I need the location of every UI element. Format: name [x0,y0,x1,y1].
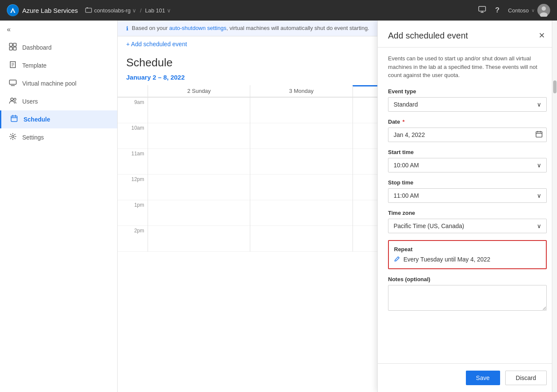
breadcrumb-lab-chevron[interactable]: ∨ [167,7,171,14]
vm-pool-icon [9,79,17,88]
time-col-header [118,85,148,97]
start-time-group: Start time 10:00 AM ∨ [388,149,547,172]
repeat-value-row: Every Tuesday until May 4, 2022 [394,256,541,263]
calendar-icon[interactable] [536,131,542,139]
users-icon [9,97,17,106]
svg-rect-8 [13,43,16,46]
auto-shutdown-link[interactable]: auto-shutdown settings [169,25,226,31]
time-12pm: 12pm [118,175,148,200]
content-area: ℹ Based on your auto-shutdown settings, … [118,21,557,392]
notes-textarea[interactable] [388,285,547,311]
stop-time-group: Stop time 11:00 AM ∨ [388,179,547,203]
event-type-chevron: ∨ [537,101,541,108]
azure-logo-icon [7,4,19,16]
panel-scrollbar-track[interactable] [552,21,557,392]
svg-rect-16 [536,131,542,137]
sidebar-item-template[interactable]: Template [0,56,117,74]
start-time-select[interactable]: 10:00 AM ∨ [388,158,547,172]
breadcrumb: contosolabs-rg ∨ / Lab 101 ∨ [85,6,171,14]
sidebar-item-users[interactable]: Users [0,92,117,110]
avatar[interactable] [537,4,550,17]
discard-button[interactable]: Discard [505,371,547,385]
sidebar-item-users-label: Users [22,98,38,105]
sidebar-item-dashboard-label: Dashboard [22,44,52,51]
sidebar-item-vm-pool[interactable]: Virtual machine pool [0,74,117,92]
repeat-value-text[interactable]: Every Tuesday until May 4, 2022 [403,256,490,263]
add-scheduled-event-panel: Add scheduled event ✕ Events can be used… [377,21,557,392]
sidebar-collapse-button[interactable]: « [0,21,117,39]
panel-body: Events can be used to start up and/or sh… [378,48,557,363]
sidebar-item-template-label: Template [22,62,47,69]
svg-rect-10 [13,47,16,50]
repeat-section: Repeat Every Tuesday until May 4, 2022 [388,240,547,269]
breadcrumb-group[interactable]: contosolabs-rg [94,7,130,14]
add-event-label: + Add scheduled event [126,41,187,48]
event-type-value: Standard [394,101,418,108]
start-time-value: 10:00 AM [394,162,419,169]
stop-time-label: Stop time [388,179,547,186]
time-2pm: 2pm [118,226,148,252]
settings-icon [9,133,17,142]
resource-group-icon [85,6,92,14]
panel-close-button[interactable]: ✕ [537,29,547,42]
panel-scrollbar-thumb [553,80,557,93]
svg-point-5 [542,6,546,11]
timezone-select[interactable]: Pacific Time (US, Canada) ∨ [388,219,547,233]
date-label: Date * [388,119,547,125]
info-text: Based on your auto-shutdown settings, vi… [132,25,369,31]
monitor-icon[interactable] [478,5,486,16]
dashboard-icon [9,43,17,52]
day-col-sunday: 2 Sunday [148,85,250,97]
user-menu[interactable]: Contoso ∨ [508,4,550,17]
timezone-label: Time zone [388,210,547,216]
sidebar-item-schedule[interactable]: Schedule [0,110,117,128]
svg-point-13 [14,98,16,101]
svg-point-0 [7,5,18,16]
sidebar-item-dashboard[interactable]: Dashboard [0,39,117,56]
event-type-select[interactable]: Standard ∨ [388,97,547,112]
timezone-chevron: ∨ [537,223,541,229]
panel-description: Events can be used to start up and/or sh… [388,54,547,80]
svg-rect-3 [479,6,486,11]
stop-time-value: 11:00 AM [394,192,419,199]
breadcrumb-separator: / [140,7,142,14]
sidebar-item-schedule-label: Schedule [24,116,50,123]
date-required-indicator: * [403,119,405,125]
date-input[interactable] [388,128,547,142]
svg-rect-1 [86,8,92,12]
date-group: Date * [388,119,547,142]
repeat-edit-icon[interactable] [394,256,400,263]
user-chevron: ∨ [531,8,535,13]
sidebar: « Dashboard Template Virtual machine poo… [0,21,118,392]
breadcrumb-group-chevron[interactable]: ∨ [132,7,136,14]
svg-rect-7 [9,43,12,46]
top-navigation: Azure Lab Services contosolabs-rg ∨ / La… [0,0,557,21]
sidebar-item-settings-label: Settings [22,134,44,141]
help-icon[interactable]: ? [495,6,499,15]
app-logo[interactable]: Azure Lab Services [7,4,78,16]
svg-rect-11 [9,80,16,84]
breadcrumb-lab[interactable]: Lab 101 [145,7,165,14]
main-layout: « Dashboard Template Virtual machine poo… [0,21,557,392]
start-time-label: Start time [388,149,547,155]
time-9am: 9am [118,98,148,123]
panel-header: Add scheduled event ✕ [378,21,557,48]
sidebar-item-vm-pool-label: Virtual machine pool [22,80,77,87]
grid-col-sunday [148,98,250,252]
notes-group: Notes (optional) [388,276,547,312]
save-button[interactable]: Save [466,371,500,385]
sidebar-item-settings[interactable]: Settings [0,128,117,146]
schedule-icon [10,115,18,124]
date-input-wrapper [388,128,547,142]
stop-time-select[interactable]: 11:00 AM ∨ [388,188,547,203]
grid-col-monday [250,98,352,252]
svg-point-15 [12,136,14,138]
stop-time-chevron: ∨ [537,192,541,199]
svg-rect-2 [86,7,88,9]
panel-footer: Save Discard [378,363,557,392]
timezone-group: Time zone Pacific Time (US, Canada) ∨ [388,210,547,233]
timezone-value: Pacific Time (US, Canada) [394,223,464,229]
time-10am: 10am [118,123,148,149]
topnav-right-actions: ? Contoso ∨ [478,4,550,17]
svg-point-12 [11,98,13,101]
